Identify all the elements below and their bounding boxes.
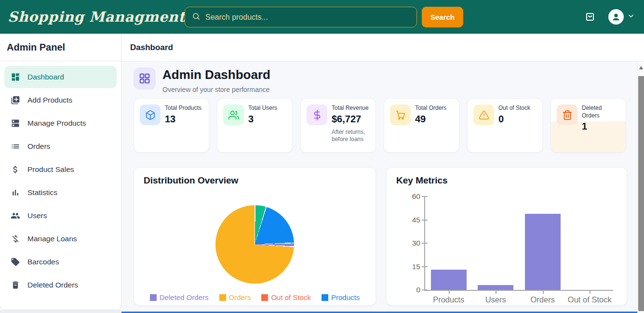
pie	[215, 205, 294, 284]
breadcrumb: Dashboard	[130, 43, 173, 52]
bar-chart-icon	[11, 188, 20, 197]
pie-legend: Deleted Orders Orders Out of Stock Produ…	[134, 293, 376, 301]
cart-icon	[390, 104, 411, 125]
manage-products-icon	[11, 118, 20, 128]
key-metrics-card: Key Metrics ProductsUsersOrdersOut of St…	[386, 167, 627, 306]
charts-row: Distribution Overview Deleted Orders Ord…	[134, 167, 637, 306]
sidebar-item-manage-products[interactable]: Manage Products	[4, 112, 117, 134]
y-tick-mark	[422, 289, 428, 290]
y-tick-mark	[422, 266, 428, 267]
app-header: Shopping Managment Search	[0, 0, 644, 34]
users-icon	[11, 211, 20, 221]
stat-value: 13	[165, 114, 203, 125]
shopping-bag-icon[interactable]	[584, 10, 596, 24]
search-icon	[192, 12, 201, 23]
sidebar-item-dashboard[interactable]: Dashboard	[4, 66, 117, 88]
sidebar-item-users[interactable]: Users	[4, 205, 117, 227]
y-tick-label: 45	[401, 216, 420, 224]
sidebar-item-add-products[interactable]: Add Products	[4, 89, 117, 111]
y-tick-mark	[422, 196, 428, 197]
stat-label: Total Revenue	[332, 104, 370, 112]
bar-x-label: Out of Stock	[568, 295, 612, 304]
header-actions	[584, 0, 634, 34]
dashboard-grid-icon	[134, 67, 156, 90]
money-off-icon	[11, 234, 20, 244]
stat-card-deleted-orders: Deleted Orders 1	[550, 98, 626, 153]
stat-label: Deleted Orders	[582, 104, 620, 119]
breadcrumb-bar: Dashboard	[121, 34, 644, 62]
user-menu[interactable]	[608, 9, 634, 25]
sidebar-item-product-sales[interactable]: Product Sales	[4, 158, 117, 181]
sidebar-bottom-strip	[0, 310, 121, 313]
search-area: Search	[185, 7, 463, 27]
sidebar-item-deleted-orders[interactable]: Deleted Orders	[4, 274, 117, 296]
app-logo: Shopping Managment	[8, 9, 185, 25]
sidebar-item-manage-loans[interactable]: Manage Loans	[4, 228, 117, 250]
stat-card-out-of-stock: Out of Stock 0	[467, 98, 543, 153]
legend-swatch	[150, 294, 157, 301]
legend-item-out-of-stock[interactable]: Out of Stock	[261, 293, 311, 301]
users-icon	[223, 104, 244, 125]
bar-x-label: Products	[433, 295, 464, 304]
chart-title: Distribution Overview	[144, 175, 366, 186]
stat-label: Total Users	[248, 104, 286, 112]
stat-value: $6,727	[332, 114, 370, 125]
warning-icon	[473, 104, 494, 125]
legend-item-deleted-orders[interactable]: Deleted Orders	[150, 293, 209, 301]
sidebar-item-label: Manage Loans	[27, 235, 77, 243]
search-box[interactable]	[185, 7, 417, 27]
scroll-up-arrow[interactable]	[639, 66, 643, 69]
legend-item-products[interactable]: Products	[322, 293, 360, 301]
stat-card-total-products: Total Products 13	[134, 98, 209, 153]
sidebar-item-label: Add Products	[27, 96, 72, 104]
sidebar-item-label: Barcodes	[27, 258, 59, 266]
dashboard-icon	[11, 72, 20, 82]
legend-swatch	[322, 294, 328, 301]
scrollbar-thumb[interactable]	[638, 76, 644, 311]
legend-label: Products	[331, 293, 360, 301]
sidebar-item-orders[interactable]: Orders	[4, 135, 117, 157]
legend-swatch	[261, 294, 268, 301]
dollar-icon	[11, 165, 20, 174]
y-tick-label: 30	[401, 239, 420, 248]
stat-value: 3	[248, 114, 286, 125]
stat-card-total-orders: Total Orders 49	[384, 98, 459, 153]
dashboard-content: Admin Dashboard Overview of your store p…	[121, 62, 637, 312]
stat-value: 49	[415, 114, 453, 125]
legend-label: Orders	[229, 293, 251, 301]
sidebar-item-label: Manage Products	[27, 119, 86, 128]
sidebar-item-label: Dashboard	[27, 73, 64, 81]
tag-icon	[11, 257, 20, 267]
bar-slot: Out of Stock	[566, 196, 614, 290]
sidebar-item-barcodes[interactable]: Barcodes	[4, 251, 117, 273]
y-tick-mark	[422, 220, 428, 221]
stat-label: Total Products	[165, 104, 203, 112]
y-tick-label: 15	[401, 262, 420, 271]
search-button[interactable]: Search	[422, 7, 463, 27]
orders-list-icon	[11, 142, 20, 151]
trash-icon	[11, 280, 20, 290]
distribution-overview-card: Distribution Overview Deleted Orders Ord…	[134, 167, 376, 306]
stat-caption: After returns, before loans	[332, 129, 370, 143]
avatar[interactable]	[608, 9, 624, 25]
add-products-icon	[11, 95, 20, 105]
legend-item-orders[interactable]: Orders	[219, 293, 251, 301]
bar	[431, 270, 467, 290]
chevron-down-icon[interactable]	[628, 13, 634, 21]
sidebar-item-label: Orders	[27, 142, 50, 151]
vertical-scrollbar	[637, 62, 644, 313]
legend-label: Deleted Orders	[160, 293, 209, 301]
sidebar-item-statistics[interactable]: Statistics	[4, 182, 117, 204]
bar-chart: ProductsUsersOrdersOut of Stock015304560	[421, 195, 615, 306]
page-title: Admin Dashboard	[162, 67, 270, 82]
stats-row: Total Products 13 Total Users 3	[134, 98, 637, 153]
bar-x-label: Users	[485, 295, 506, 304]
bar-slot: Products	[425, 196, 472, 290]
cube-icon	[140, 104, 161, 125]
search-input[interactable]	[205, 13, 410, 22]
trash-icon	[557, 104, 577, 125]
y-tick-label: 0	[401, 286, 420, 294]
stat-card-total-revenue: Total Revenue $6,727 After returns, befo…	[300, 98, 376, 153]
main-area: Dashboard Admin Dashboard Overview of yo…	[121, 34, 644, 313]
page-subtitle: Overview of your store performance	[162, 86, 270, 93]
